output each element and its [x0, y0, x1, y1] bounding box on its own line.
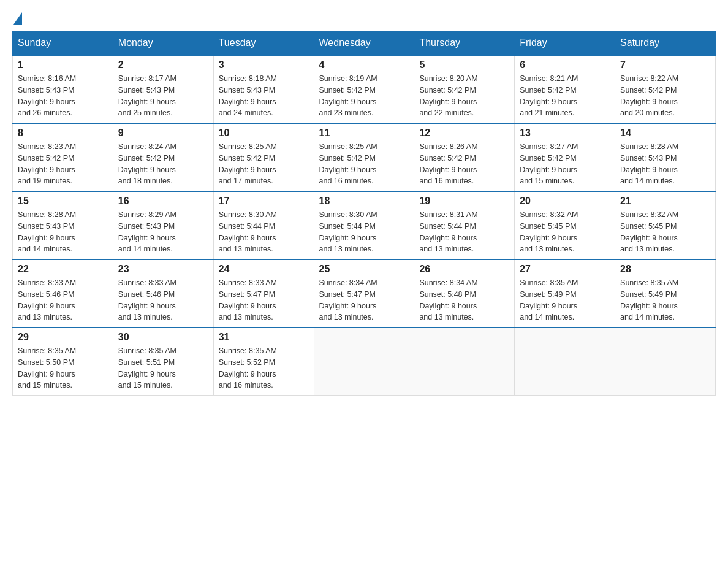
day-info: Sunrise: 8:23 AMSunset: 5:42 PMDaylight:…	[18, 142, 76, 185]
day-info: Sunrise: 8:35 AMSunset: 5:50 PMDaylight:…	[18, 347, 76, 389]
calendar-day: 8Sunrise: 8:23 AMSunset: 5:42 PMDaylight…	[13, 123, 113, 191]
calendar-day: 2Sunrise: 8:17 AMSunset: 5:43 PMDaylight…	[113, 55, 213, 123]
day-info: Sunrise: 8:33 AMSunset: 5:46 PMDaylight:…	[118, 278, 176, 321]
day-info: Sunrise: 8:22 AMSunset: 5:42 PMDaylight:…	[620, 74, 678, 117]
calendar-day: 13Sunrise: 8:27 AMSunset: 5:42 PMDayligh…	[515, 123, 615, 191]
day-info: Sunrise: 8:35 AMSunset: 5:49 PMDaylight:…	[620, 278, 678, 321]
day-number: 2	[118, 59, 208, 71]
day-number: 27	[520, 264, 610, 275]
day-info: Sunrise: 8:21 AMSunset: 5:42 PMDaylight:…	[520, 74, 578, 117]
logo	[12, 12, 23, 25]
day-number: 13	[520, 128, 610, 139]
day-info: Sunrise: 8:25 AMSunset: 5:42 PMDaylight:…	[219, 142, 277, 185]
page-header	[12, 12, 716, 25]
day-number: 14	[620, 128, 710, 139]
day-number: 20	[520, 196, 610, 207]
day-number: 23	[118, 264, 208, 275]
calendar-day: 14Sunrise: 8:28 AMSunset: 5:43 PMDayligh…	[615, 123, 716, 191]
day-number: 8	[18, 128, 108, 139]
calendar-week-1: 1Sunrise: 8:16 AMSunset: 5:43 PMDaylight…	[13, 55, 716, 123]
day-info: Sunrise: 8:28 AMSunset: 5:43 PMDaylight:…	[620, 142, 678, 185]
day-number: 9	[118, 128, 208, 139]
day-number: 30	[118, 332, 208, 343]
day-info: Sunrise: 8:17 AMSunset: 5:43 PMDaylight:…	[118, 74, 176, 117]
day-info: Sunrise: 8:16 AMSunset: 5:43 PMDaylight:…	[18, 74, 76, 117]
day-number: 21	[620, 196, 710, 207]
calendar-day: 16Sunrise: 8:29 AMSunset: 5:43 PMDayligh…	[113, 191, 213, 259]
day-number: 22	[18, 264, 108, 275]
calendar-day: 29Sunrise: 8:35 AMSunset: 5:50 PMDayligh…	[13, 327, 113, 396]
calendar-week-4: 22Sunrise: 8:33 AMSunset: 5:46 PMDayligh…	[13, 259, 716, 327]
calendar-day: 25Sunrise: 8:34 AMSunset: 5:47 PMDayligh…	[314, 259, 414, 327]
calendar-day: 31Sunrise: 8:35 AMSunset: 5:52 PMDayligh…	[213, 327, 314, 396]
day-number: 24	[219, 264, 309, 275]
day-of-week-sunday: Sunday	[13, 31, 113, 56]
calendar-day: 28Sunrise: 8:35 AMSunset: 5:49 PMDayligh…	[615, 259, 716, 327]
day-number: 29	[18, 332, 108, 343]
calendar-week-5: 29Sunrise: 8:35 AMSunset: 5:50 PMDayligh…	[13, 327, 716, 396]
day-info: Sunrise: 8:27 AMSunset: 5:42 PMDaylight:…	[520, 142, 578, 185]
day-number: 19	[419, 196, 509, 207]
day-info: Sunrise: 8:25 AMSunset: 5:42 PMDaylight:…	[319, 142, 377, 185]
day-info: Sunrise: 8:20 AMSunset: 5:42 PMDaylight:…	[419, 74, 477, 117]
day-number: 4	[319, 59, 409, 71]
day-number: 15	[18, 196, 108, 207]
day-info: Sunrise: 8:18 AMSunset: 5:43 PMDaylight:…	[219, 74, 277, 117]
day-number: 10	[219, 128, 309, 139]
calendar-week-3: 15Sunrise: 8:28 AMSunset: 5:43 PMDayligh…	[13, 191, 716, 259]
day-number: 11	[319, 128, 409, 139]
calendar-day: 3Sunrise: 8:18 AMSunset: 5:43 PMDaylight…	[213, 55, 314, 123]
day-info: Sunrise: 8:33 AMSunset: 5:46 PMDaylight:…	[18, 278, 76, 321]
calendar-day: 19Sunrise: 8:31 AMSunset: 5:44 PMDayligh…	[414, 191, 515, 259]
day-info: Sunrise: 8:19 AMSunset: 5:42 PMDaylight:…	[319, 74, 377, 117]
day-info: Sunrise: 8:33 AMSunset: 5:47 PMDaylight:…	[219, 278, 277, 321]
day-number: 5	[419, 59, 509, 71]
calendar-week-2: 8Sunrise: 8:23 AMSunset: 5:42 PMDaylight…	[13, 123, 716, 191]
day-info: Sunrise: 8:29 AMSunset: 5:43 PMDaylight:…	[118, 210, 176, 253]
day-info: Sunrise: 8:32 AMSunset: 5:45 PMDaylight:…	[520, 210, 578, 253]
calendar-day: 23Sunrise: 8:33 AMSunset: 5:46 PMDayligh…	[113, 259, 213, 327]
calendar-day: 6Sunrise: 8:21 AMSunset: 5:42 PMDaylight…	[515, 55, 615, 123]
day-number: 31	[219, 332, 309, 343]
calendar-day: 1Sunrise: 8:16 AMSunset: 5:43 PMDaylight…	[13, 55, 113, 123]
calendar-day: 17Sunrise: 8:30 AMSunset: 5:44 PMDayligh…	[213, 191, 314, 259]
day-of-week-tuesday: Tuesday	[213, 31, 314, 56]
calendar-day: 10Sunrise: 8:25 AMSunset: 5:42 PMDayligh…	[213, 123, 314, 191]
day-info: Sunrise: 8:26 AMSunset: 5:42 PMDaylight:…	[419, 142, 477, 185]
calendar-day: 20Sunrise: 8:32 AMSunset: 5:45 PMDayligh…	[515, 191, 615, 259]
calendar-day: 22Sunrise: 8:33 AMSunset: 5:46 PMDayligh…	[13, 259, 113, 327]
day-number: 16	[118, 196, 208, 207]
calendar-day: 26Sunrise: 8:34 AMSunset: 5:48 PMDayligh…	[414, 259, 515, 327]
day-info: Sunrise: 8:24 AMSunset: 5:42 PMDaylight:…	[118, 142, 176, 185]
day-number: 17	[219, 196, 309, 207]
day-number: 26	[419, 264, 509, 275]
day-info: Sunrise: 8:34 AMSunset: 5:47 PMDaylight:…	[319, 278, 377, 321]
calendar-day: 18Sunrise: 8:30 AMSunset: 5:44 PMDayligh…	[314, 191, 414, 259]
day-number: 25	[319, 264, 409, 275]
day-info: Sunrise: 8:30 AMSunset: 5:44 PMDaylight:…	[319, 210, 377, 253]
calendar-day	[515, 327, 615, 396]
day-of-week-friday: Friday	[515, 31, 615, 56]
calendar-day: 11Sunrise: 8:25 AMSunset: 5:42 PMDayligh…	[314, 123, 414, 191]
calendar-day: 24Sunrise: 8:33 AMSunset: 5:47 PMDayligh…	[213, 259, 314, 327]
calendar-day	[314, 327, 414, 396]
calendar-table: SundayMondayTuesdayWednesdayThursdayFrid…	[12, 31, 716, 396]
calendar-day	[615, 327, 716, 396]
day-of-week-thursday: Thursday	[414, 31, 515, 56]
calendar-day: 15Sunrise: 8:28 AMSunset: 5:43 PMDayligh…	[13, 191, 113, 259]
day-of-week-saturday: Saturday	[615, 31, 716, 56]
calendar-day: 5Sunrise: 8:20 AMSunset: 5:42 PMDaylight…	[414, 55, 515, 123]
day-number: 12	[419, 128, 509, 139]
calendar-day: 21Sunrise: 8:32 AMSunset: 5:45 PMDayligh…	[615, 191, 716, 259]
day-of-week-monday: Monday	[113, 31, 213, 56]
calendar-day: 12Sunrise: 8:26 AMSunset: 5:42 PMDayligh…	[414, 123, 515, 191]
calendar-day: 27Sunrise: 8:35 AMSunset: 5:49 PMDayligh…	[515, 259, 615, 327]
day-number: 28	[620, 264, 710, 275]
day-number: 1	[18, 59, 108, 71]
calendar-day	[414, 327, 515, 396]
day-info: Sunrise: 8:35 AMSunset: 5:52 PMDaylight:…	[219, 347, 277, 389]
calendar-header-row: SundayMondayTuesdayWednesdayThursdayFrid…	[13, 31, 716, 56]
day-info: Sunrise: 8:28 AMSunset: 5:43 PMDaylight:…	[18, 210, 76, 253]
day-of-week-wednesday: Wednesday	[314, 31, 414, 56]
day-number: 7	[620, 59, 710, 71]
